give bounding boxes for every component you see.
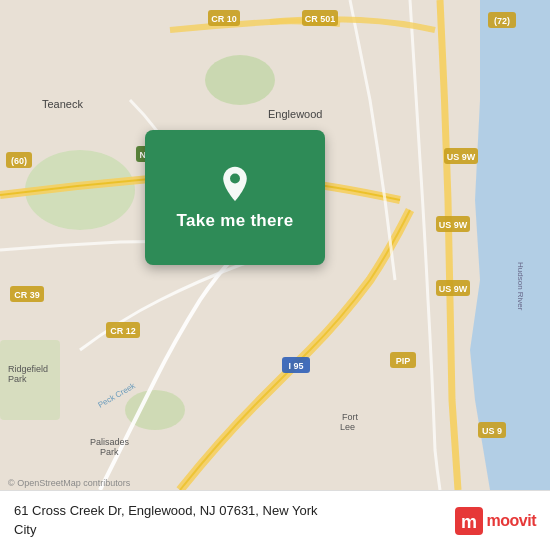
address-line1: 61 Cross Creek Dr, Englewood, NJ 07631, … bbox=[14, 503, 318, 518]
svg-text:(72): (72) bbox=[494, 16, 510, 26]
svg-text:CR 39: CR 39 bbox=[14, 290, 40, 300]
svg-text:Teaneck: Teaneck bbox=[42, 98, 83, 110]
map-pin-icon bbox=[216, 165, 254, 203]
svg-text:US 9W: US 9W bbox=[439, 284, 468, 294]
svg-text:m: m bbox=[461, 512, 477, 532]
svg-text:US 9W: US 9W bbox=[439, 220, 468, 230]
moovit-logo: m moovit bbox=[455, 507, 536, 535]
bottom-bar: 61 Cross Creek Dr, Englewood, NJ 07631, … bbox=[0, 490, 550, 550]
take-me-there-label: Take me there bbox=[177, 211, 294, 231]
address-text: 61 Cross Creek Dr, Englewood, NJ 07631, … bbox=[14, 502, 455, 538]
svg-text:(60): (60) bbox=[11, 156, 27, 166]
svg-point-42 bbox=[230, 173, 240, 183]
moovit-icon: m bbox=[455, 507, 483, 535]
svg-text:CR 10: CR 10 bbox=[211, 14, 237, 24]
svg-text:Ridgefield: Ridgefield bbox=[8, 364, 48, 374]
svg-text:CR 12: CR 12 bbox=[110, 326, 136, 336]
address-line2: City bbox=[14, 522, 36, 537]
svg-text:Hudson River: Hudson River bbox=[516, 262, 525, 311]
map-attribution: © OpenStreetMap contributors bbox=[8, 478, 130, 488]
svg-point-3 bbox=[205, 55, 275, 105]
svg-text:PIP: PIP bbox=[396, 356, 411, 366]
svg-text:Lee: Lee bbox=[340, 422, 355, 432]
svg-text:Palisades: Palisades bbox=[90, 437, 130, 447]
take-me-there-button[interactable]: Take me there bbox=[145, 130, 325, 265]
svg-text:I 95: I 95 bbox=[288, 361, 303, 371]
svg-text:CR 501: CR 501 bbox=[305, 14, 336, 24]
moovit-brand-text: moovit bbox=[487, 512, 536, 530]
svg-text:Fort: Fort bbox=[342, 412, 359, 422]
map-container: CR 10 CR 501 (72) NJ 4 (60) US 9W US 9W … bbox=[0, 0, 550, 490]
svg-text:US 9: US 9 bbox=[482, 426, 502, 436]
svg-text:Park: Park bbox=[8, 374, 27, 384]
svg-text:Englewood: Englewood bbox=[268, 108, 322, 120]
svg-marker-1 bbox=[470, 0, 550, 490]
svg-text:US 9W: US 9W bbox=[447, 152, 476, 162]
svg-text:Park: Park bbox=[100, 447, 119, 457]
